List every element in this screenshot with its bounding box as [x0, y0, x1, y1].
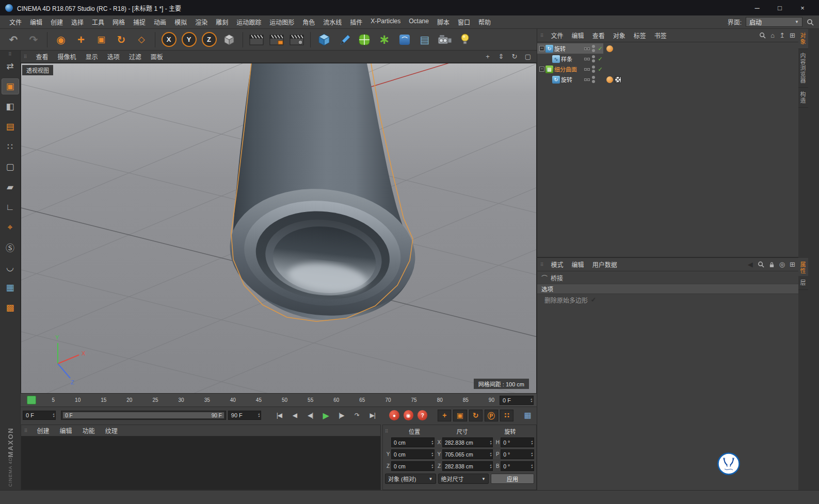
- range-start-field[interactable]: 0 F ▴▾: [23, 411, 56, 420]
- dock-tab-attributes[interactable]: 属性: [798, 258, 808, 278]
- viewport-menu-item[interactable]: 面板: [146, 52, 168, 61]
- magnet-snap-button[interactable]: ◡: [2, 259, 19, 275]
- interface-dropdown[interactable]: 启动 ▼: [746, 17, 802, 27]
- stepper[interactable]: ▴▾: [431, 464, 433, 469]
- workplane-settings-button[interactable]: ▩: [2, 300, 19, 316]
- goto-start-button[interactable]: |◀: [272, 410, 286, 421]
- object-manager-menu-item[interactable]: 标签: [630, 31, 650, 40]
- record-position-toggle[interactable]: +: [438, 410, 451, 421]
- rotation-b-field[interactable]: B 0 °▴▾: [494, 461, 534, 471]
- layer-toggle-icon[interactable]: [584, 47, 590, 50]
- size-y-field[interactable]: Y 705.065 cm▴▾: [436, 449, 493, 459]
- home-icon[interactable]: ⌂: [770, 31, 775, 39]
- menu-item[interactable]: 捕捉: [129, 18, 150, 26]
- stepper[interactable]: ▴▾: [531, 464, 533, 469]
- scale-button[interactable]: ▣: [92, 30, 110, 49]
- menu-item[interactable]: 创建: [46, 18, 67, 26]
- camera-zoom-icon[interactable]: ⇕: [495, 52, 507, 61]
- maximize-button[interactable]: □: [768, 1, 791, 15]
- parent-object-icon[interactable]: ↥: [779, 31, 785, 39]
- playhead[interactable]: [27, 396, 36, 404]
- attribute-menu-item[interactable]: 模式: [547, 260, 568, 269]
- menu-item[interactable]: 网格: [108, 18, 129, 26]
- record-pla-toggle[interactable]: ∷: [500, 410, 513, 421]
- coord-mode-dropdown[interactable]: 对象 (相对) ▼: [385, 474, 436, 484]
- stepper[interactable]: ▴▾: [53, 413, 54, 418]
- goto-end-button[interactable]: ▶|: [366, 410, 379, 421]
- workplane-mode-button[interactable]: ▤: [2, 119, 19, 135]
- search-icon[interactable]: [759, 32, 766, 39]
- menu-item[interactable]: 窗口: [454, 18, 474, 26]
- stepper[interactable]: ▴▾: [531, 398, 532, 403]
- menu-item[interactable]: 角色: [298, 18, 319, 26]
- record-rotation-toggle[interactable]: ↻: [469, 410, 483, 421]
- stepper[interactable]: ▴▾: [490, 440, 491, 445]
- range-end-field[interactable]: 90 F ▴▾: [228, 411, 261, 420]
- recent-tool-button[interactable]: ◇: [132, 30, 151, 49]
- object-manager-menu-item[interactable]: 查看: [588, 31, 609, 40]
- viewport-solo-button[interactable]: ⌖: [2, 219, 19, 235]
- lock-icon[interactable]: [769, 262, 775, 268]
- menu-item[interactable]: 流水线: [319, 18, 346, 26]
- menu-item[interactable]: 模拟: [170, 18, 191, 26]
- viewport-menu-item[interactable]: 显示: [81, 52, 103, 61]
- texture-tag-icon[interactable]: [615, 76, 621, 83]
- menu-item[interactable]: 工具: [88, 18, 108, 26]
- record-parameter-toggle[interactable]: Ⓟ: [485, 410, 498, 421]
- menu-item[interactable]: 动画: [150, 18, 170, 26]
- snap-button[interactable]: Ⓢ: [2, 239, 19, 255]
- redo-button[interactable]: ↷: [24, 30, 43, 49]
- expander-icon[interactable]: −: [539, 67, 544, 72]
- add-cube-button[interactable]: [315, 30, 333, 49]
- rotation-p-field[interactable]: P 0 °▴▾: [494, 449, 534, 459]
- rotation-h-field[interactable]: H 0 °▴▾: [494, 437, 534, 447]
- workplane-lock-button[interactable]: ▦: [2, 280, 19, 296]
- attribute-menu-item[interactable]: 编辑: [568, 260, 588, 269]
- y-axis-lock-button[interactable]: Y: [180, 30, 198, 49]
- next-frame-button[interactable]: |▶: [334, 410, 348, 421]
- object-manager-menu-item[interactable]: 书签: [650, 31, 671, 40]
- render-view-button[interactable]: [247, 30, 266, 49]
- menu-item[interactable]: 运动跟踪: [232, 18, 265, 26]
- model-mode-button[interactable]: ▣: [2, 78, 19, 94]
- add-subdivision-button[interactable]: [355, 30, 374, 49]
- search-icon[interactable]: [807, 19, 814, 26]
- viewport-menu-item[interactable]: 查看: [31, 52, 53, 61]
- next-key-button[interactable]: ↷: [350, 410, 363, 421]
- object-row[interactable]: − ↻ 旋转 ✓: [537, 43, 798, 54]
- menu-item[interactable]: X-Particles: [366, 18, 405, 26]
- object-name[interactable]: 旋转: [554, 44, 583, 53]
- size-z-field[interactable]: Z 282.838 cm▴▾: [436, 461, 493, 471]
- record-scale-toggle[interactable]: ▣: [453, 410, 467, 421]
- add-environment-button[interactable]: ▤: [415, 30, 434, 49]
- stepper[interactable]: ▴▾: [531, 452, 533, 457]
- dock-tab-content-browser[interactable]: 内容浏览器: [798, 49, 808, 88]
- menu-item[interactable]: 渲染: [191, 18, 212, 26]
- stepper[interactable]: ▴▾: [531, 440, 533, 445]
- add-camera-button[interactable]: [436, 30, 454, 49]
- z-axis-lock-button[interactable]: Z: [200, 30, 218, 49]
- dock-tab-layers[interactable]: 层: [798, 276, 808, 290]
- object-row[interactable]: − ▦ 细分曲面 ✓: [537, 64, 798, 74]
- phong-tag-icon[interactable]: [606, 76, 613, 83]
- camera-rotate-icon[interactable]: ↻: [509, 52, 520, 61]
- axis-mode-button[interactable]: ∟: [2, 199, 19, 215]
- visibility-dots-icon[interactable]: [592, 76, 595, 83]
- texture-mode-button[interactable]: ◧: [2, 99, 19, 115]
- menu-item[interactable]: 脚本: [433, 18, 454, 26]
- menu-item[interactable]: Octane: [405, 18, 433, 26]
- menu-item[interactable]: 运动图形: [265, 18, 298, 26]
- camera-pan-icon[interactable]: +: [482, 52, 493, 61]
- stepper[interactable]: ▴▾: [258, 413, 260, 418]
- stepper[interactable]: ▴▾: [431, 452, 433, 457]
- keyframe-mode-button[interactable]: ▦: [521, 410, 535, 421]
- toggle-view-icon[interactable]: ▢: [522, 52, 534, 61]
- visibility-dots-icon[interactable]: [592, 55, 595, 62]
- layer-toggle-icon[interactable]: [584, 68, 590, 71]
- render-settings-button[interactable]: [287, 30, 306, 49]
- enable-check-icon[interactable]: ✓: [597, 66, 603, 73]
- visibility-dots-icon[interactable]: [592, 66, 595, 73]
- apply-button[interactable]: 应用: [491, 474, 534, 484]
- autokey-button[interactable]: ◉: [404, 410, 413, 420]
- menu-item[interactable]: 编辑: [26, 18, 46, 26]
